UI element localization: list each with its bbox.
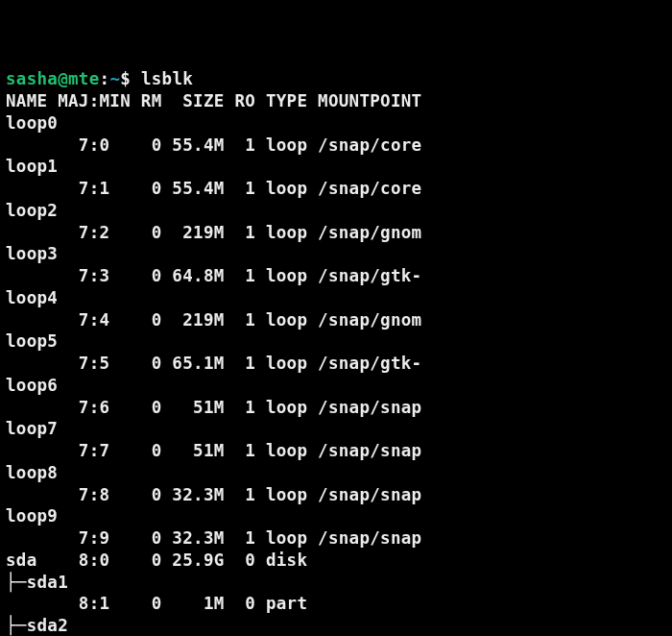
prompt-symbol: $ — [120, 69, 131, 88]
lsblk-row: 7:9 0 32.3M 1 loop /snap/snap — [6, 528, 421, 548]
command-text: lsblk — [141, 69, 193, 88]
lsblk-row: loop0 — [6, 113, 58, 133]
lsblk-row: 7:7 0 51M 1 loop /snap/snap — [6, 441, 421, 460]
prompt-user-host: sasha@mte — [6, 69, 100, 88]
lsblk-row: 7:0 0 55.4M 1 loop /snap/core — [6, 135, 421, 155]
terminal-output[interactable]: sasha@mte:~$ lsblk NAME MAJ:MIN RM SIZE … — [6, 68, 666, 636]
lsblk-row: ├─sda1 — [6, 573, 68, 592]
lsblk-row: 7:1 0 55.4M 1 loop /snap/core — [6, 179, 421, 198]
lsblk-row: 7:2 0 219M 1 loop /snap/gnom — [6, 223, 421, 242]
lsblk-row: 7:6 0 51M 1 loop /snap/snap — [6, 398, 421, 417]
lsblk-row: loop7 — [6, 419, 58, 438]
lsblk-row: loop9 — [6, 506, 58, 526]
lsblk-row: loop8 — [6, 463, 58, 482]
lsblk-row: loop3 — [6, 244, 58, 263]
lsblk-row: loop2 — [6, 201, 58, 220]
prompt-path: ~ — [109, 69, 120, 88]
lsblk-row: loop4 — [6, 288, 58, 307]
lsblk-row: 7:5 0 65.1M 1 loop /snap/gtk- — [6, 354, 421, 373]
lsblk-row: loop5 — [6, 331, 58, 351]
lsblk-header: NAME MAJ:MIN RM SIZE RO TYPE MOUNTPOINT — [6, 91, 421, 110]
lsblk-row: 7:8 0 32.3M 1 loop /snap/snap — [6, 485, 421, 504]
prompt-sep: : — [100, 69, 110, 88]
lsblk-row: ├─sda2 — [6, 616, 68, 635]
lsblk-row: loop1 — [6, 157, 58, 176]
lsblk-row: 8:1 0 1M 0 part — [6, 594, 318, 613]
lsblk-row: sda 8:0 0 25.9G 0 disk — [6, 550, 318, 570]
lsblk-row: loop6 — [6, 376, 58, 395]
lsblk-row: 7:3 0 64.8M 1 loop /snap/gtk- — [6, 266, 421, 285]
lsblk-row: 7:4 0 219M 1 loop /snap/gnom — [6, 310, 421, 330]
